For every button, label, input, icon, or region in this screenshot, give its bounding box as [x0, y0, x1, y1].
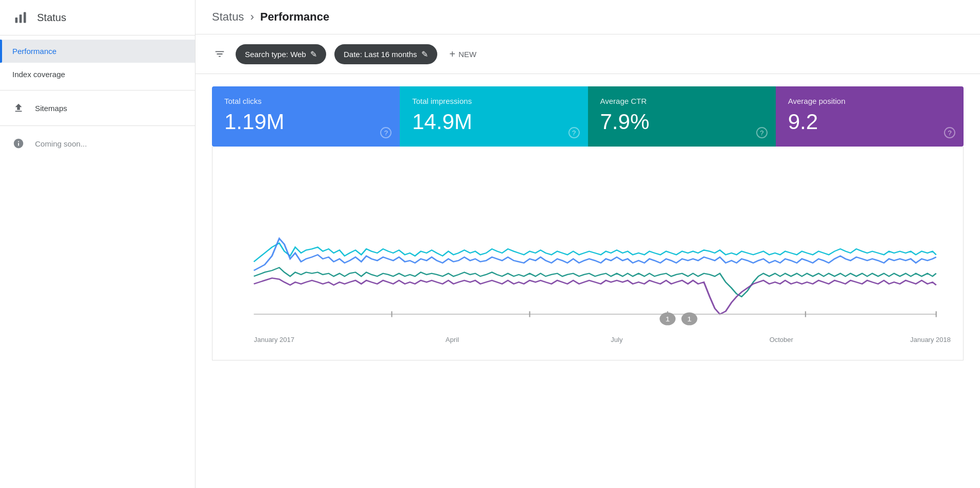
svg-rect-0 [15, 17, 18, 23]
sidebar-item-index-coverage[interactable]: Index coverage [0, 63, 195, 86]
sidebar-item-label: Performance [12, 47, 57, 56]
upload-icon [12, 102, 25, 114]
main-content: Status › Performance Search type: Web ✎ … [195, 0, 980, 488]
search-type-chip[interactable]: Search type: Web ✎ [236, 44, 326, 64]
breadcrumb: Status › Performance [212, 10, 329, 24]
info-icon [12, 137, 25, 150]
metric-average-position[interactable]: Average position 9.2 ? [776, 86, 964, 147]
x-label-july: July [534, 336, 699, 344]
breadcrumb-status: Status [212, 10, 244, 24]
x-label-jan2018: January 2018 [864, 336, 951, 344]
sidebar-item-coming-soon: Coming soon... [0, 130, 195, 157]
sidebar-divider [0, 90, 195, 91]
x-label-april: April [370, 336, 534, 344]
sidebar-item-label: Coming soon... [35, 139, 87, 148]
svg-text:1: 1 [665, 315, 670, 322]
sidebar-item-label: Sitemaps [35, 104, 67, 113]
svg-rect-1 [20, 14, 22, 23]
plus-icon: + [450, 49, 456, 59]
date-label: Date: Last 16 months [344, 50, 417, 59]
new-button[interactable]: + NEW [446, 44, 481, 64]
breadcrumb-separator: › [250, 10, 254, 24]
sidebar-header: Status [0, 0, 195, 35]
svg-text:1: 1 [687, 315, 692, 322]
help-icon[interactable]: ? [568, 127, 580, 138]
sidebar-item-sitemaps[interactable]: Sitemaps [0, 95, 195, 121]
performance-chart: 1 1 [225, 157, 951, 332]
chart-area: 1 1 January 2017 April July October Janu… [212, 147, 964, 360]
sidebar-item-performance[interactable]: Performance [0, 40, 195, 63]
metric-label: Average CTR [600, 97, 763, 105]
metric-value: 1.19M [224, 110, 387, 134]
x-label-october: October [699, 336, 864, 344]
x-axis-labels: January 2017 April July October January … [225, 332, 951, 344]
sidebar-item-label: Index coverage [12, 70, 65, 79]
edit-icon-2: ✎ [421, 49, 428, 59]
breadcrumb-current: Performance [260, 10, 330, 24]
metrics-row: Total clicks 1.19M ? Total impressions 1… [212, 86, 964, 147]
help-icon[interactable]: ? [944, 127, 955, 138]
help-icon[interactable]: ? [756, 127, 768, 138]
metric-total-impressions[interactable]: Total impressions 14.9M ? [400, 86, 587, 147]
sidebar-divider-2 [0, 125, 195, 126]
chart-icon [12, 9, 29, 26]
filter-button[interactable] [212, 46, 227, 62]
sidebar-title: Status [37, 12, 66, 24]
metric-label: Total impressions [412, 97, 575, 105]
main-header: Status › Performance [195, 0, 980, 34]
sidebar: Status Performance Index coverage Sitema… [0, 0, 195, 488]
metric-average-ctr[interactable]: Average CTR 7.9% ? [588, 86, 776, 147]
x-label-jan2017: January 2017 [225, 336, 370, 344]
date-chip[interactable]: Date: Last 16 months ✎ [334, 44, 437, 64]
metric-value: 7.9% [600, 110, 763, 134]
sidebar-nav: Performance Index coverage Sitemaps [0, 35, 195, 157]
svg-rect-2 [24, 12, 26, 23]
chart-container: 1 1 [225, 157, 951, 332]
metric-label: Total clicks [224, 97, 387, 105]
svg-rect-3 [225, 157, 951, 332]
metric-value: 14.9M [412, 110, 575, 134]
search-type-label: Search type: Web [245, 50, 306, 59]
help-icon[interactable]: ? [380, 127, 391, 138]
toolbar: Search type: Web ✎ Date: Last 16 months … [195, 34, 980, 74]
edit-icon: ✎ [310, 49, 317, 59]
metric-total-clicks[interactable]: Total clicks 1.19M ? [212, 86, 400, 147]
metric-label: Average position [788, 97, 951, 105]
metric-value: 9.2 [788, 110, 951, 134]
new-label: NEW [458, 50, 476, 59]
